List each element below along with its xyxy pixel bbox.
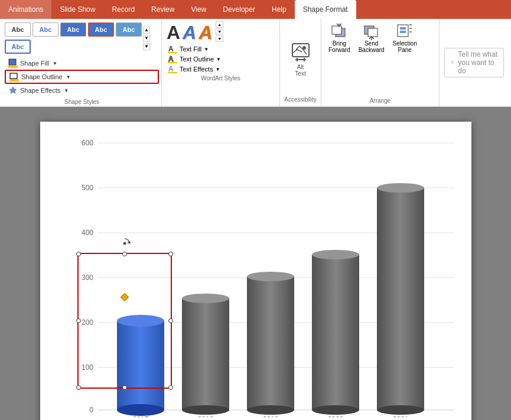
text-effects-button[interactable]: A Text Effects ▼ [167,64,275,74]
shape-fill-icon [8,58,18,68]
selection-pane-icon [396,22,413,40]
arrange-label: Arrange [325,96,435,104]
svg-point-45 [117,315,164,327]
svg-rect-56 [312,255,359,410]
shape-style-swatch-3[interactable]: Abc [88,22,114,37]
svg-point-46 [117,404,164,416]
bring-forward-icon [331,22,347,40]
svg-rect-2 [10,73,17,79]
shape-style-swatch-0[interactable]: Abc [5,22,31,37]
wordart-styles-label: WordArt Styles [167,74,275,82]
svg-rect-5 [168,52,177,53]
svg-rect-48 [182,298,229,410]
accessibility-group[interactable]: Alt Text Accessibility [280,19,321,106]
tab-help[interactable]: Help [263,0,295,19]
tab-review[interactable]: Review [143,0,183,19]
svg-text:300: 300 [81,274,93,282]
tab-animations[interactable]: Animations [0,0,51,19]
wordart-letter-orange[interactable]: A [198,23,212,42]
tab-slideshow[interactable]: Slide Show [51,0,103,19]
wordart-styles-group: A A A ▲ ▼ ▼ A Text Fill ▼ A Text Outline… [162,19,280,106]
svg-text:500: 500 [81,184,93,192]
tab-view[interactable]: View [183,0,214,19]
selection-pane-button[interactable]: Selection Pane [389,21,421,54]
svg-rect-7 [168,62,177,63]
shape-outline-arrow[interactable]: ▼ [66,74,71,80]
svg-text:A: A [168,45,174,53]
tell-me-text: Tell me what you want to do [458,50,497,75]
bring-forward-label2: Forward [328,47,350,53]
text-outline-arrow[interactable]: ▼ [216,57,221,62]
svg-rect-60 [377,188,424,410]
lightbulb-icon [451,58,454,67]
tab-record[interactable]: Record [103,0,143,19]
send-backward-button[interactable]: Send Backward [355,21,388,54]
alt-text-label: Alt [297,64,304,70]
svg-rect-16 [332,26,341,34]
svg-text:2017: 2017 [132,415,148,417]
bring-forward-label: Bring [333,40,346,47]
shape-outline-label: Shape Outline [21,73,63,80]
svg-text:2019: 2019 [262,415,278,417]
shape-styles-scroll-up[interactable]: ▲ [143,27,150,34]
svg-point-61 [377,183,424,193]
text-outline-button[interactable]: A Text Outline ▼ [167,54,275,64]
svg-rect-9 [168,72,177,73]
svg-point-50 [182,405,229,415]
tab-developer[interactable]: Developer [214,0,263,19]
text-fill-label: Text Fill [180,45,201,53]
shape-style-swatch-1[interactable]: Abc [32,22,58,37]
svg-text:2021: 2021 [392,415,408,417]
svg-text:400: 400 [81,229,93,237]
shape-effects-button[interactable]: Shape Effects ▼ [5,84,159,96]
wordart-scroll-up[interactable]: ▲ [216,21,223,28]
alt-text-label2: Text [295,70,305,77]
svg-text:A: A [168,65,174,73]
shape-outline-button[interactable]: Shape Outline ▼ [5,70,159,84]
svg-point-53 [247,272,294,281]
shape-effects-label: Shape Effects [20,87,60,94]
text-fill-button[interactable]: A Text Fill ▼ [167,44,275,54]
bar-chart: 600 500 400 300 200 100 0 [76,134,454,417]
bring-forward-button[interactable]: Bring Forward [325,21,354,54]
text-effects-arrow[interactable]: ▼ [216,67,220,72]
wordart-expand[interactable]: ▼ [216,35,223,42]
svg-text:600: 600 [81,139,93,147]
svg-point-54 [247,405,294,415]
svg-rect-3 [9,79,19,82]
arrange-group: Bring Forward Send Backward [321,19,440,106]
svg-text:A: A [168,55,174,63]
svg-point-62 [377,405,424,415]
shape-styles-scroll-down[interactable]: ▼ [143,35,150,42]
svg-text:0: 0 [89,406,93,414]
text-effects-label: Text Effects [180,66,213,73]
chart-container: 600 500 400 300 200 100 0 [76,134,454,417]
text-outline-label: Text Outline [180,56,214,63]
shape-style-swatch-5[interactable]: Abc [5,40,31,54]
shape-style-swatch-4[interactable]: Abc [116,22,142,37]
tell-me-box[interactable]: Tell me what you want to do [444,48,504,77]
send-backward-icon [363,22,380,40]
text-fill-arrow[interactable]: ▼ [204,47,209,52]
shape-fill-arrow[interactable]: ▼ [53,61,57,66]
svg-point-27 [451,61,454,63]
wordart-scroll-down[interactable]: ▼ [216,28,223,35]
slide: 600 500 400 300 200 100 0 [40,122,471,420]
svg-point-57 [312,250,359,259]
svg-rect-22 [400,27,406,30]
svg-rect-1 [8,66,18,68]
shape-styles-label: Shape Styles [5,97,159,105]
wordart-letter-blue[interactable]: A [183,23,196,42]
svg-text:200: 200 [81,318,93,327]
svg-text:100: 100 [81,363,93,372]
shape-styles-expand[interactable]: ▼ [143,43,150,50]
tab-shapeformat[interactable]: Shape Format [295,0,356,19]
shape-styles-group: Abc Abc Abc Abc Abc [2,19,162,106]
shape-style-swatch-2[interactable]: Abc [60,22,86,37]
alt-text-icon [291,41,310,63]
send-backward-label: Send [364,40,378,47]
svg-rect-19 [368,28,377,37]
shape-fill-button[interactable]: Shape Fill ▼ [5,57,159,69]
shape-effects-arrow[interactable]: ▼ [64,88,69,93]
wordart-letter-plain[interactable]: A [167,23,180,42]
